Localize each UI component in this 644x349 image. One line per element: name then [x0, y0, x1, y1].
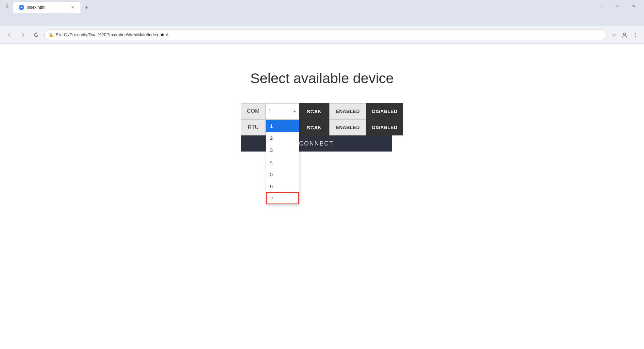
com-row: COM 1 2 3 4 5 6 7 ▼ SCAN ENABLED DISABLE… — [241, 103, 403, 119]
refresh-button[interactable] — [31, 30, 42, 40]
com-disabled-button[interactable]: DISABLED — [366, 103, 403, 119]
com-port-dropdown: 1 2 3 4 5 6 7 — [266, 119, 299, 205]
dropdown-item-1[interactable]: 1 — [266, 120, 299, 132]
tab-title: index.html — [27, 5, 67, 10]
dropdown-item-2[interactable]: 2 — [266, 132, 299, 144]
rtu-scan-button[interactable]: SCAN — [299, 119, 329, 135]
com-scan-button[interactable]: SCAN — [299, 103, 329, 119]
new-tab-button[interactable]: + — [82, 3, 91, 12]
com-select-cell: 1 2 3 4 5 6 7 ▼ — [266, 103, 299, 119]
com-enabled-button[interactable]: ENABLED — [329, 103, 366, 119]
dropdown-item-7[interactable]: 7 — [266, 192, 299, 204]
address-text: File C:/Proximity/Dual%20Proximitor/Web/… — [56, 32, 602, 37]
page-title: Select available device — [250, 70, 393, 86]
dropdown-item-4[interactable]: 4 — [266, 156, 299, 168]
rtu-label: RTU — [241, 119, 266, 135]
device-selector: COM 1 2 3 4 5 6 7 ▼ SCAN ENABLED DISABLE… — [241, 103, 403, 152]
forward-button[interactable] — [17, 30, 28, 40]
page-content: Select available device COM 1 2 3 4 5 6 … — [0, 44, 644, 349]
bookmark-button[interactable]: ☆ — [609, 30, 619, 40]
minimize-button[interactable]: ─ — [594, 1, 609, 11]
dropdown-item-3[interactable]: 3 — [266, 144, 299, 156]
menu-button[interactable]: ⋮ — [631, 30, 640, 40]
maximize-button[interactable]: □ — [610, 1, 625, 11]
tab-favicon — [19, 5, 24, 10]
tab-close-button[interactable]: ✕ — [70, 5, 75, 10]
back-icon[interactable] — [3, 1, 12, 11]
com-label: COM — [241, 103, 266, 119]
close-button[interactable]: ✕ — [626, 1, 641, 11]
back-button[interactable] — [4, 30, 15, 40]
browser-tab[interactable]: index.html ✕ — [13, 2, 80, 13]
address-bar[interactable]: 🔒 File C:/Proximity/Dual%20Proximitor/We… — [44, 30, 606, 40]
rtu-row: RTU SCAN ENABLED DISABLED — [241, 119, 403, 135]
dropdown-item-6[interactable]: 6 — [266, 180, 299, 192]
com-port-select[interactable]: 1 2 3 4 5 6 7 — [266, 103, 299, 119]
connect-button[interactable]: CONNECT — [241, 135, 392, 152]
connect-row: CONNECT — [241, 135, 403, 152]
profile-button[interactable] — [620, 30, 629, 40]
lock-icon: 🔒 — [49, 33, 54, 37]
rtu-enabled-button[interactable]: ENABLED — [329, 119, 366, 135]
dropdown-item-5[interactable]: 5 — [266, 168, 299, 180]
svg-point-1 — [624, 33, 626, 35]
rtu-disabled-button[interactable]: DISABLED — [366, 119, 403, 135]
